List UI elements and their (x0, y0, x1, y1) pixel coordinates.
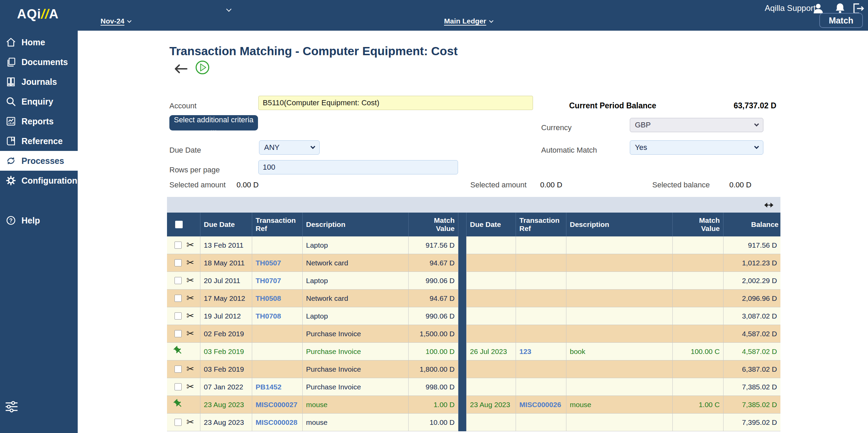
filters-icon[interactable] (4, 399, 19, 414)
row-checkbox[interactable] (174, 366, 182, 373)
back-arrow-icon[interactable] (173, 63, 188, 76)
row-checkbox[interactable] (174, 312, 182, 320)
pin-icon[interactable] (173, 345, 183, 357)
sidebar-item-reports[interactable]: Reports (0, 111, 78, 131)
transaction-ref-link[interactable]: TH0507 (256, 259, 281, 267)
cell-due-date: 03 Feb 2019 (200, 343, 252, 360)
period-label: Nov-24 (101, 17, 124, 25)
sidebar-item-help[interactable]: ? Help (0, 211, 78, 230)
transaction-ref-link[interactable]: 123 (519, 347, 531, 356)
cell-transaction-ref (252, 325, 303, 343)
header-description: Description (566, 213, 673, 236)
cell-match-value: 94.67 D (409, 254, 458, 272)
row-checkbox[interactable] (174, 295, 182, 302)
cell-transaction-ref (516, 378, 566, 396)
cell-description (566, 236, 673, 254)
period-selector[interactable]: Nov-24 (101, 17, 131, 25)
rows-per-page-input[interactable] (258, 160, 458, 174)
scissors-icon[interactable]: ✂ (186, 276, 194, 285)
row-checkbox[interactable] (174, 259, 182, 266)
scissors-icon[interactable]: ✂ (186, 382, 194, 391)
select-additional-criteria-button[interactable]: Select additional criteria ... (169, 115, 258, 130)
sidebar-item-journals[interactable]: Journals (0, 72, 78, 92)
sidebar-item-documents[interactable]: Documents (0, 52, 78, 72)
transaction-ref-link[interactable]: MISC000026 (519, 401, 561, 409)
transaction-ref-link[interactable]: MISC000027 (256, 401, 298, 409)
cell-description (566, 360, 673, 378)
cell-transaction-ref: TH0507 (252, 254, 303, 272)
scissors-icon[interactable]: ✂ (186, 329, 194, 338)
cell-transaction-ref: TH0707 (252, 272, 303, 290)
sidebar-item-label: Configuration (21, 176, 77, 186)
cell-select: ✂ (167, 236, 200, 254)
cell-description (566, 272, 673, 290)
table-toolbar (167, 197, 780, 213)
row-checkbox[interactable] (174, 383, 182, 390)
cell-balance: 917.56 D (724, 236, 780, 254)
svg-text:?: ? (9, 218, 13, 223)
scissors-icon[interactable]: ✂ (186, 241, 194, 250)
scissors-icon[interactable]: ✂ (186, 294, 194, 303)
cell-due-date: 23 Aug 2023 (200, 414, 252, 431)
sidebar-item-label: Reports (21, 117, 54, 126)
header-due-date: Due Date (467, 213, 516, 236)
cell-description (566, 378, 673, 396)
currency-select[interactable]: GBP (630, 118, 763, 132)
sidebar-item-reference[interactable]: Reference (0, 131, 78, 151)
matched-separator (458, 325, 467, 343)
cell-match-value: 990.06 D (409, 307, 458, 325)
cell-balance: 7,385.02 D (724, 396, 780, 414)
app-logo: AQi//A (17, 7, 59, 21)
account-label: Account (169, 102, 197, 110)
cell-due-date: 18 May 2011 (200, 254, 252, 272)
cell-description: mouse (303, 414, 409, 431)
sidebar-item-enquiry[interactable]: Enquiry (0, 92, 78, 111)
pin-icon[interactable] (173, 399, 183, 411)
cell-due-date (467, 414, 516, 431)
resize-columns-icon[interactable] (763, 200, 774, 211)
matched-separator (458, 307, 467, 325)
scissors-icon[interactable]: ✂ (186, 418, 194, 427)
row-checkbox[interactable] (174, 330, 182, 337)
cell-select: ✂ (167, 325, 200, 343)
cell-match-value: 100.00 C (673, 343, 724, 360)
transaction-ref-link[interactable]: PB1452 (256, 383, 281, 391)
ledger-selector[interactable]: Main Ledger (444, 17, 493, 25)
cell-select (167, 396, 200, 414)
sidebar-item-configuration[interactable]: Configuration (0, 171, 78, 190)
run-match-icon[interactable] (195, 60, 210, 76)
match-button[interactable]: Match (819, 13, 863, 28)
scissors-icon[interactable]: ✂ (186, 258, 194, 267)
processes-icon (5, 155, 16, 166)
row-checkbox[interactable] (174, 277, 182, 284)
account-input[interactable] (258, 96, 533, 110)
cell-transaction-ref (516, 290, 566, 307)
cell-description: Purchase Invoice (303, 378, 409, 396)
sidebar-item-home[interactable]: Home (0, 32, 78, 52)
scissors-icon[interactable]: ✂ (186, 311, 194, 321)
cell-transaction-ref (252, 360, 303, 378)
cell-transaction-ref (516, 325, 566, 343)
help-icon: ? (5, 215, 16, 226)
row-checkbox[interactable] (174, 419, 182, 426)
transaction-ref-link[interactable]: TH0508 (256, 294, 281, 303)
cell-transaction-ref: PB1452 (252, 378, 303, 396)
matched-separator (458, 396, 467, 414)
cell-transaction-ref: 123 (516, 343, 566, 360)
sidebar-item-label: Help (21, 216, 40, 226)
cell-balance: 4,587.02 D (724, 325, 780, 343)
transaction-ref-link[interactable]: TH0707 (256, 277, 281, 285)
cell-select: ✂ (167, 290, 200, 307)
transaction-ref-link[interactable]: TH0708 (256, 312, 281, 320)
matched-separator (458, 236, 467, 254)
cell-balance: 3,087.02 D (724, 307, 780, 325)
scissors-icon[interactable]: ✂ (186, 365, 194, 374)
sidebar-item-processes[interactable]: Processes (0, 151, 78, 171)
select-all-checkbox[interactable] (175, 221, 183, 228)
transaction-ref-link[interactable]: MISC000028 (256, 418, 298, 427)
due-date-select[interactable]: ANY (259, 140, 320, 155)
cell-description: mouse (566, 396, 673, 414)
table-row: ✂18 May 2011TH0507Network card94.67 D1,0… (167, 254, 780, 272)
automatic-match-select[interactable]: Yes (630, 140, 763, 155)
row-checkbox[interactable] (174, 242, 182, 249)
